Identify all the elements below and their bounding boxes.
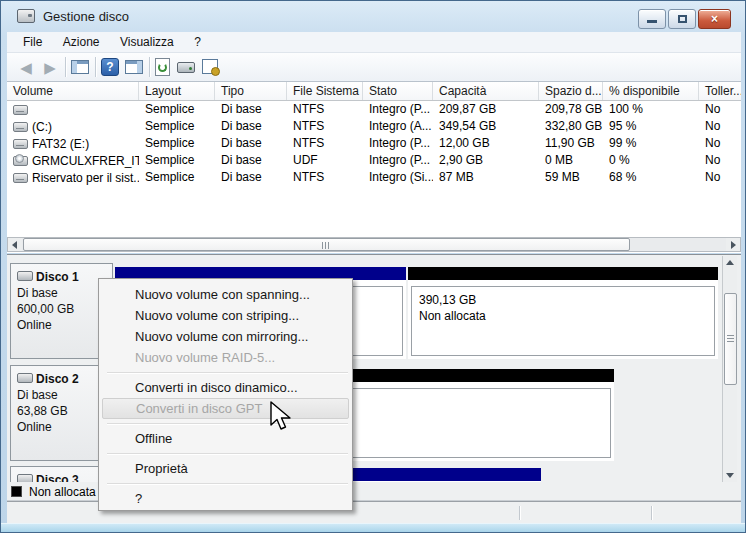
scroll-left-button[interactable]: [8, 238, 22, 251]
forward-button[interactable]: ▶: [39, 57, 61, 78]
unallocated-color-swatch: [11, 486, 22, 497]
menubar: File Azione Visualizza ?: [7, 32, 741, 53]
volume-table-header: Volume Layout Tipo File Sistema Stato Ca…: [7, 82, 741, 101]
col-filesystem[interactable]: File Sistema: [287, 82, 363, 100]
unallocated-label: Non allocata: [419, 309, 486, 323]
help-icon: ?: [106, 60, 113, 74]
col-stato[interactable]: Stato: [363, 82, 433, 100]
help-button[interactable]: ?: [101, 58, 119, 76]
show-action-pane-button[interactable]: [125, 60, 143, 74]
maximize-icon: [678, 15, 687, 23]
col-tolleranza[interactable]: Toller...: [699, 82, 741, 100]
menu-item-new-raid5-volume: Nuovo volume RAID-5...: [99, 347, 352, 368]
rescan-disks-button[interactable]: [177, 62, 195, 73]
drive-icon: [13, 139, 28, 149]
action-pane-icon: [137, 61, 142, 73]
scroll-left-icon: [12, 241, 17, 249]
drive-icon: [13, 122, 28, 132]
volume-list-pane: Volume Layout Tipo File Sistema Stato Ca…: [7, 82, 741, 253]
disk1-unallocated-region[interactable]: 390,13 GB Non allocata: [408, 267, 718, 359]
menu-separator: [107, 453, 348, 454]
minimize-button[interactable]: [638, 9, 666, 29]
scroll-right-icon: [731, 241, 736, 249]
close-icon: ×: [711, 12, 718, 26]
table-row[interactable]: Riservato per il sist... Semplice Di bas…: [7, 169, 741, 186]
menu-item-new-mirrored-volume[interactable]: Nuovo volume con mirroring...: [99, 326, 352, 347]
scroll-grip-icon: [322, 242, 331, 249]
menu-separator: [107, 372, 348, 373]
menu-visualizza[interactable]: Visualizza: [112, 32, 182, 52]
scroll-up-icon: [726, 260, 734, 265]
menu-separator: [107, 423, 348, 424]
menu-item-convert-to-dynamic-disk[interactable]: Converti in disco dinamico...: [99, 377, 352, 398]
scroll-down-button[interactable]: [723, 468, 737, 482]
col-layout[interactable]: Layout: [139, 82, 215, 100]
menu-item-offline[interactable]: Offline: [99, 428, 352, 449]
scroll-grip-icon: [727, 335, 734, 344]
disk2-status: Online: [17, 420, 52, 434]
toolbar-separator: [95, 57, 96, 77]
disk1-name: Disco 1: [36, 269, 79, 285]
back-button[interactable]: ◀: [15, 57, 37, 78]
col-spazio[interactable]: Spazio d...: [539, 82, 603, 100]
table-row[interactable]: Semplice Di base NTFS Integro (P... 209,…: [7, 101, 741, 118]
scroll-up-button[interactable]: [723, 256, 737, 270]
unallocated-size: 390,13 GB: [419, 293, 476, 307]
col-disponibile[interactable]: % disponibile: [603, 82, 699, 100]
table-row[interactable]: (C:) Semplice Di base NTFS Integro (A...…: [7, 118, 741, 135]
disk2-size: 63,88 GB: [17, 404, 68, 418]
disk3-name: Disco 3: [36, 472, 79, 482]
console-tree-icon: [72, 61, 77, 73]
disk-icon: [17, 373, 33, 383]
rescan-disk-icon: [189, 67, 192, 70]
table-row[interactable]: FAT32 (E:) Semplice Di base NTFS Integro…: [7, 135, 741, 152]
titlebar[interactable]: Gestione disco ×: [1, 1, 746, 32]
disk-icon: [17, 271, 33, 281]
maximize-button[interactable]: [668, 9, 696, 29]
menu-item-convert-to-gpt-disk: Converti in disco GPT: [102, 398, 349, 419]
window-bottom-border: [1, 523, 746, 533]
refresh-icon: [158, 63, 167, 72]
settings-button[interactable]: [202, 59, 218, 74]
drive-icon: [13, 105, 28, 115]
close-button[interactable]: ×: [698, 9, 731, 29]
disk-management-window: Gestione disco × File Azione Visualizza …: [0, 0, 746, 533]
menu-help[interactable]: ?: [186, 32, 209, 52]
col-tipo[interactable]: Tipo: [215, 82, 287, 100]
menu-item-new-striped-volume[interactable]: Nuovo volume con striping...: [99, 305, 352, 326]
vertical-scrollbar[interactable]: [722, 256, 737, 482]
col-volume[interactable]: Volume: [7, 82, 139, 100]
disk2-name: Disco 2: [36, 371, 79, 387]
vertical-scroll-thumb[interactable]: [724, 293, 737, 385]
horizontal-scrollbar[interactable]: [7, 237, 741, 252]
disk-context-menu: Nuovo volume con spanning... Nuovo volum…: [98, 278, 353, 511]
disk2-type: Di base: [17, 388, 58, 402]
toolbar-separator: [149, 57, 150, 77]
col-capacita[interactable]: Capacità: [433, 82, 539, 100]
menu-item-help[interactable]: ?: [99, 488, 352, 509]
menu-azione[interactable]: Azione: [55, 32, 108, 52]
table-row[interactable]: GRMCULXFRER_IT... Semplice Di base UDF I…: [7, 152, 741, 169]
minimize-icon: [647, 20, 657, 23]
optical-drive-icon: [13, 156, 28, 166]
disk-drive-icon: [17, 9, 35, 23]
disk1-status: Online: [17, 318, 52, 332]
statusbar-divider: [519, 506, 520, 520]
back-arrow-icon: ◀: [20, 59, 32, 76]
gear-icon: [211, 67, 220, 76]
unallocated-band: [408, 267, 718, 280]
scroll-down-icon: [726, 473, 734, 478]
menu-file[interactable]: File: [15, 32, 50, 52]
toolbar: ◀ ▶ ?: [7, 53, 741, 82]
disk1-type: Di base: [17, 286, 58, 300]
menu-item-properties[interactable]: Proprietà: [99, 458, 352, 479]
show-console-tree-button[interactable]: [71, 60, 89, 74]
menu-item-new-spanned-volume[interactable]: Nuovo volume con spanning...: [99, 284, 352, 305]
window-title: Gestione disco: [43, 9, 129, 24]
horizontal-scroll-thumb[interactable]: [23, 238, 630, 251]
scroll-right-button[interactable]: [726, 238, 740, 251]
refresh-button[interactable]: [155, 58, 170, 76]
disk1-size: 600,00 GB: [17, 302, 74, 316]
legend-unallocated-label: Non allocata: [29, 485, 96, 499]
forward-arrow-icon: ▶: [44, 59, 56, 76]
